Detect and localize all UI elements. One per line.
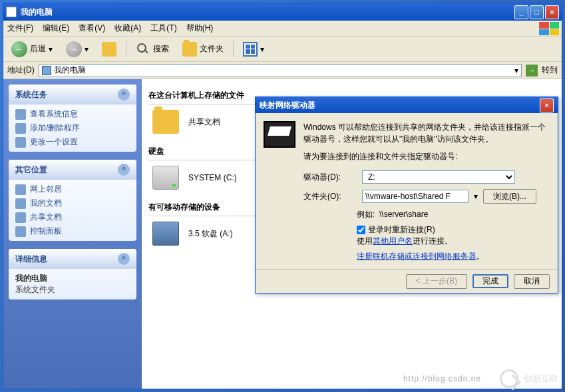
documents-icon bbox=[15, 198, 26, 209]
details-box: 详细信息 ^ 我的电脑 系统文件夹 bbox=[9, 249, 136, 299]
toolbar: ←后退▾ →▾ 搜索 文件夹 ▾ bbox=[3, 37, 562, 62]
menu-file[interactable]: 文件(F) bbox=[7, 23, 33, 34]
other-user-link[interactable]: 其他用户名 bbox=[373, 236, 413, 246]
watermark-brand: 创新互联 bbox=[524, 373, 558, 385]
menu-view[interactable]: 查看(V) bbox=[79, 23, 105, 34]
maximize-button[interactable]: □ bbox=[530, 5, 544, 19]
place-documents[interactable]: 我的文档 bbox=[15, 198, 130, 209]
up-button[interactable] bbox=[98, 39, 120, 59]
go-button[interactable]: → bbox=[526, 65, 538, 77]
dialog-footer: < 上一步(B) 完成 取消 bbox=[256, 269, 558, 293]
menu-tools[interactable]: 工具(T) bbox=[150, 23, 176, 34]
folder-input[interactable] bbox=[362, 190, 469, 203]
minimize-button[interactable]: _ bbox=[514, 5, 528, 19]
other-places-box: 其它位置 ^ 网上邻居 我的文档 共享文档 控制面板 bbox=[9, 160, 136, 241]
details-name: 我的电脑 bbox=[15, 273, 130, 284]
close-button[interactable]: × bbox=[545, 5, 559, 19]
titlebar[interactable]: 我的电脑 _ □ × bbox=[3, 3, 562, 21]
address-bar: 地址(D) 我的电脑 ▾ → 转到 bbox=[3, 62, 562, 79]
reconnect-checkbox[interactable] bbox=[357, 226, 365, 234]
menu-edit[interactable]: 编辑(E) bbox=[43, 23, 69, 34]
task-add-remove[interactable]: 添加/删除程序 bbox=[15, 122, 130, 134]
details-header[interactable]: 详细信息 ^ bbox=[9, 249, 136, 269]
folder-icon bbox=[152, 110, 179, 134]
dialog-description: Windows 可以帮助您连接到共享的网络文件夹，并给该连接指派一个驱动器号，这… bbox=[303, 121, 550, 145]
search-button[interactable]: 搜索 bbox=[132, 39, 173, 59]
dialog-close-button[interactable]: × bbox=[540, 98, 554, 112]
window-title: 我的电脑 bbox=[21, 7, 514, 18]
forward-button[interactable]: →▾ bbox=[62, 39, 93, 60]
menu-favorites[interactable]: 收藏(A) bbox=[114, 23, 141, 34]
computer-icon bbox=[42, 66, 51, 75]
folder-label: 文件夹(O): bbox=[303, 191, 357, 202]
go-label: 转到 bbox=[542, 65, 558, 76]
drive-label: 驱动器(D): bbox=[303, 172, 357, 183]
dialog-prompt: 请为要连接到的连接和文件夹指定驱动器号: bbox=[303, 150, 550, 162]
dialog-title: 映射网络驱动器 bbox=[260, 100, 540, 111]
chevron-up-icon: ^ bbox=[118, 164, 130, 176]
window-controls: _ □ × bbox=[514, 5, 559, 19]
task-pane: 系统任务 ^ 查看系统信息 添加/删除程序 更改一个设置 其它位置 ^ 网上邻居… bbox=[3, 79, 142, 389]
browse-button[interactable]: 浏览(B)... bbox=[483, 189, 536, 204]
folders-button[interactable]: 文件夹 bbox=[178, 39, 228, 59]
address-value: 我的电脑 bbox=[54, 65, 86, 76]
other-places-header[interactable]: 其它位置 ^ bbox=[9, 160, 136, 180]
windows-flag-icon bbox=[539, 22, 559, 35]
chevron-up-icon: ^ bbox=[118, 253, 130, 265]
watermark-logo-icon bbox=[500, 369, 518, 388]
settings-icon bbox=[15, 137, 26, 148]
app-icon bbox=[6, 7, 17, 17]
reconnect-label: 登录时重新连接(R) bbox=[368, 224, 435, 236]
add-remove-icon bbox=[15, 123, 26, 134]
views-button[interactable]: ▾ bbox=[239, 39, 268, 59]
network-icon bbox=[15, 184, 26, 195]
drive-icon bbox=[152, 166, 179, 190]
address-input[interactable]: 我的电脑 ▾ bbox=[39, 64, 522, 77]
chevron-up-icon: ^ bbox=[118, 89, 130, 100]
task-system-info[interactable]: 查看系统信息 bbox=[15, 108, 130, 120]
finish-button[interactable]: 完成 bbox=[472, 274, 508, 288]
place-shared[interactable]: 共享文档 bbox=[15, 212, 130, 223]
storage-link[interactable]: 注册联机存储或连接到网络服务器 bbox=[357, 252, 476, 261]
details-type: 系统文件夹 bbox=[15, 284, 130, 295]
back-button[interactable]: ←后退▾ bbox=[7, 39, 57, 60]
task-change-setting[interactable]: 更改一个设置 bbox=[15, 136, 130, 148]
info-icon bbox=[15, 109, 26, 120]
system-tasks-header[interactable]: 系统任务 ^ bbox=[9, 85, 136, 104]
back-button: < 上一步(B) bbox=[406, 274, 467, 289]
watermark: http://blog.csdn.ne 创新互联 bbox=[403, 369, 558, 388]
dialog-form: 驱动器(D): Z: 文件夹(O): ▾ 浏览(B)... 例如: \\serv… bbox=[256, 170, 558, 262]
drive-select[interactable]: Z: bbox=[362, 170, 515, 184]
dialog-titlebar[interactable]: 映射网络驱动器 × bbox=[256, 97, 558, 113]
network-drive-icon bbox=[264, 121, 295, 148]
watermark-blog: http://blog.csdn.ne bbox=[403, 374, 481, 383]
map-drive-dialog: 映射网络驱动器 × Windows 可以帮助您连接到共享的网络文件夹，并给该连接… bbox=[255, 97, 558, 294]
address-label: 地址(D) bbox=[7, 65, 35, 76]
place-control-panel[interactable]: 控制面板 bbox=[15, 226, 130, 237]
cancel-button[interactable]: 取消 bbox=[514, 274, 550, 289]
shared-docs-icon bbox=[15, 212, 26, 223]
menubar: 文件(F) 编辑(E) 查看(V) 收藏(A) 工具(T) 帮助(H) bbox=[3, 21, 562, 37]
reconnect-checkbox-row: 登录时重新连接(R) bbox=[357, 224, 550, 236]
address-dropdown-icon[interactable]: ▾ bbox=[514, 66, 518, 75]
menu-help[interactable]: 帮助(H) bbox=[186, 23, 214, 34]
control-panel-icon bbox=[15, 226, 26, 237]
floppy-icon bbox=[152, 222, 179, 246]
place-network[interactable]: 网上邻居 bbox=[15, 184, 130, 195]
system-tasks-box: 系统任务 ^ 查看系统信息 添加/删除程序 更改一个设置 bbox=[9, 85, 136, 152]
